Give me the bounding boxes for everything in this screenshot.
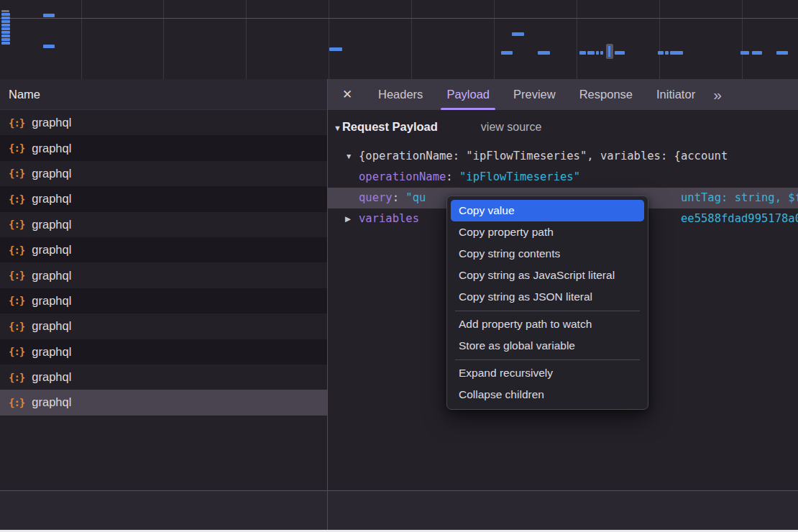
request-name: graphql xyxy=(32,370,71,384)
timeline-request-bar xyxy=(43,14,55,17)
json-braces-icon: {:} xyxy=(9,270,24,281)
request-row-graphql[interactable]: {:}graphql xyxy=(0,237,327,262)
name-column-label: Name xyxy=(9,88,40,101)
timeline-request-bar xyxy=(670,51,683,55)
property-value-right-fragment: ee5588fdad995178a0 xyxy=(681,208,798,229)
tab-preview[interactable]: Preview xyxy=(513,79,556,110)
timeline-request-bar xyxy=(1,31,10,34)
tab-response[interactable]: Response xyxy=(579,79,633,110)
timeline-request-bar xyxy=(665,51,669,55)
pane-divider-horizontal[interactable] xyxy=(0,490,798,491)
menu-item-copy-value[interactable]: Copy value xyxy=(451,200,644,221)
timeline-request-bar xyxy=(615,51,625,55)
property-value-right-fragment: untTag: string, $f xyxy=(681,188,798,208)
menu-item-copy-string-as-json-literal[interactable]: Copy string as JSON literal xyxy=(447,286,648,308)
request-row-graphql[interactable]: {:}graphql xyxy=(0,313,327,339)
timeline-request-bar xyxy=(1,38,10,41)
json-braces-icon: {:} xyxy=(9,193,24,205)
json-braces-icon: {:} xyxy=(9,168,24,179)
menu-item-collapse-children[interactable]: Collapse children xyxy=(447,384,648,405)
menu-separator xyxy=(455,311,640,311)
request-row-graphql[interactable]: {:}graphql xyxy=(0,364,327,390)
timeline-gridline xyxy=(659,0,660,79)
timeline-request-bar xyxy=(1,17,10,19)
request-row-graphql[interactable]: {:}graphql xyxy=(0,262,327,288)
request-name: graphql xyxy=(32,192,71,206)
tab-headers[interactable]: Headers xyxy=(378,79,423,110)
request-row-graphql[interactable]: {:}graphql xyxy=(0,110,327,135)
timeline-request-bar xyxy=(1,13,10,16)
timeline-request-bar xyxy=(1,24,10,27)
request-row-graphql[interactable]: {:}graphql xyxy=(0,339,327,364)
more-tabs-icon[interactable]: » xyxy=(713,79,720,110)
tab-payload[interactable]: Payload xyxy=(446,79,490,110)
property-key: query xyxy=(359,191,393,204)
property-row-operationName[interactable]: operationName: "ipFlowTimeseries" xyxy=(328,167,798,188)
timeline-request-bar xyxy=(658,51,664,55)
expand-triangle-icon[interactable]: ▼ xyxy=(344,146,359,167)
request-row-graphql[interactable]: {:}graphql xyxy=(0,135,327,160)
timeline-request-bar xyxy=(1,35,10,37)
menu-item-copy-string-as-javascript-literal[interactable]: Copy string as JavaScript literal xyxy=(447,265,648,286)
menu-item-copy-property-path[interactable]: Copy property path xyxy=(447,221,648,243)
name-column-header[interactable]: Name xyxy=(0,79,327,110)
timeline-gridline xyxy=(411,0,412,79)
property-value-left-fragment: "qu xyxy=(405,191,426,204)
timeline-request-bar xyxy=(596,51,599,55)
key-separator: : xyxy=(393,191,406,204)
json-braces-icon: {:} xyxy=(9,219,24,230)
timeline-gridline xyxy=(329,0,329,79)
timeline-request-bar xyxy=(1,20,10,23)
request-row-graphql[interactable]: {:}graphql xyxy=(0,288,327,313)
timeline-hover-marker xyxy=(606,44,613,59)
request-details-pane: ✕ HeadersPayloadPreviewResponseInitiator… xyxy=(328,79,798,490)
timeline-split-line xyxy=(0,18,798,19)
request-name: graphql xyxy=(32,395,71,409)
request-row-graphql[interactable]: {:}graphql xyxy=(0,161,327,186)
timeline-request-bar xyxy=(512,32,524,36)
tab-initiator[interactable]: Initiator xyxy=(656,79,695,110)
request-row-graphql[interactable]: {:}graphql xyxy=(0,186,327,211)
timeline-request-bar xyxy=(1,42,10,45)
timeline-marker-bar xyxy=(608,46,610,57)
request-row-graphql[interactable]: {:}graphql xyxy=(0,390,327,415)
view-source-link[interactable]: view source xyxy=(481,121,541,134)
network-overview-timeline[interactable] xyxy=(0,0,798,79)
json-braces-icon: {:} xyxy=(9,142,24,154)
timeline-gridline xyxy=(246,0,247,79)
menu-item-add-property-path-to-watch[interactable]: Add property path to watch xyxy=(447,313,648,335)
collapse-triangle-icon[interactable]: ▼ xyxy=(334,124,341,132)
timeline-request-bar xyxy=(329,47,342,51)
request-name: graphql xyxy=(32,116,71,129)
menu-item-expand-recursively[interactable]: Expand recursively xyxy=(447,362,648,384)
close-icon[interactable]: ✕ xyxy=(340,87,354,102)
request-name: graphql xyxy=(32,167,71,180)
timeline-request-bar xyxy=(43,45,55,48)
timeline-request-bar xyxy=(501,51,513,55)
request-name: graphql xyxy=(32,142,71,155)
json-braces-icon: {:} xyxy=(9,372,24,383)
bottom-empty-area xyxy=(0,491,798,530)
property-value: "ipFlowTimeseries" xyxy=(459,170,580,183)
request-name: graphql xyxy=(32,243,71,257)
request-name: graphql xyxy=(32,218,71,231)
pane-divider-vertical[interactable] xyxy=(327,79,328,530)
timeline-request-bar xyxy=(776,51,788,55)
expand-triangle-icon[interactable]: ▶ xyxy=(344,208,359,229)
request-name: graphql xyxy=(32,294,71,308)
payload-object-preview-row[interactable]: ▼{operationName: "ipFlowTimeseries", var… xyxy=(328,146,798,167)
request-row-graphql[interactable]: {:}graphql xyxy=(0,212,327,237)
timeline-request-bar xyxy=(740,51,749,55)
json-braces-icon: {:} xyxy=(9,321,24,332)
request-name: graphql xyxy=(32,345,71,359)
json-braces-icon: {:} xyxy=(9,346,24,357)
timeline-request-bar xyxy=(752,51,762,55)
property-key: variables xyxy=(359,212,419,225)
details-tab-bar: ✕ HeadersPayloadPreviewResponseInitiator… xyxy=(328,79,798,110)
timeline-bar-gray xyxy=(1,10,9,12)
menu-item-store-as-global-variable[interactable]: Store as global variable xyxy=(447,335,648,357)
menu-item-copy-string-contents[interactable]: Copy string contents xyxy=(447,243,648,265)
section-title: Request Payload xyxy=(342,120,438,134)
timeline-gridline xyxy=(81,0,82,79)
request-name: graphql xyxy=(32,319,71,333)
